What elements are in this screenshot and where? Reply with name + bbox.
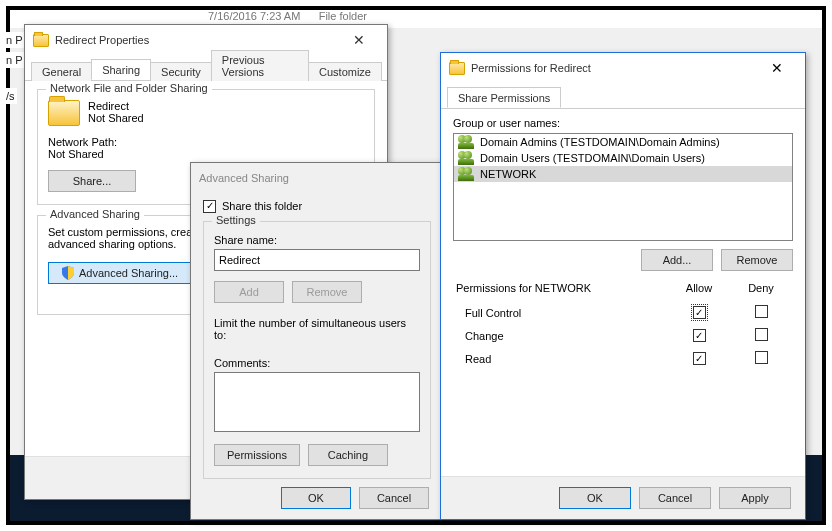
dialog-title: Advanced Sharing [199, 172, 435, 184]
group-user-label: Group or user names: [453, 117, 793, 129]
close-icon[interactable]: ✕ [757, 56, 797, 80]
list-item-label: Domain Users (TESTDOMAIN\Domain Users) [480, 152, 705, 164]
share-button[interactable]: Share... [48, 170, 136, 192]
users-icon [458, 151, 474, 165]
tab-security[interactable]: Security [150, 62, 212, 81]
allow-checkbox[interactable] [693, 306, 706, 319]
tab-share-permissions[interactable]: Share Permissions [447, 87, 561, 108]
permissions-button[interactable]: Permissions [214, 444, 300, 466]
tab-previous-versions[interactable]: Previous Versions [211, 50, 309, 81]
caching-button[interactable]: Caching [308, 444, 388, 466]
list-item-label: Domain Admins (TESTDOMAIN\Domain Admins) [480, 136, 720, 148]
group-label: Network File and Folder Sharing [46, 82, 212, 94]
network-path-label: Network Path: [48, 136, 364, 148]
share-name-label: Share name: [214, 234, 420, 246]
tabs: General Sharing Security Previous Versio… [25, 59, 387, 81]
comments-input[interactable] [214, 372, 420, 432]
dialog-body: Share this folder Settings Share name: A… [191, 193, 443, 495]
limit-label: Limit the number of simultaneous users t… [214, 317, 420, 341]
deny-checkbox[interactable] [755, 305, 768, 318]
edge-text-1: n P [4, 32, 25, 48]
checkbox-label: Share this folder [222, 200, 302, 212]
list-item[interactable]: NETWORK [454, 166, 792, 182]
comments-label: Comments: [214, 357, 420, 369]
tab-general[interactable]: General [31, 62, 92, 81]
deny-checkbox[interactable] [755, 328, 768, 341]
ok-button[interactable]: OK [559, 487, 631, 509]
tabs: Share Permissions [441, 87, 805, 109]
tab-customize[interactable]: Customize [308, 62, 382, 81]
list-item[interactable]: Domain Admins (TESTDOMAIN\Domain Admins) [454, 134, 792, 150]
folder-icon [33, 34, 49, 47]
allow-checkbox[interactable] [693, 352, 706, 365]
dialog-title: Permissions for Redirect [471, 62, 757, 74]
titlebar[interactable]: Advanced Sharing [191, 163, 443, 193]
adv-sharing-label: Advanced Sharing... [79, 267, 178, 279]
perm-label: Permissions for NETWORK [455, 281, 667, 300]
share-status: Not Shared [88, 112, 144, 124]
users-icon [458, 167, 474, 181]
ok-button[interactable]: OK [281, 487, 351, 509]
apply-button[interactable]: Apply [719, 487, 791, 509]
allow-col: Allow [669, 281, 729, 300]
perm-row: Change [455, 325, 791, 346]
perm-row: Full Control [455, 302, 791, 323]
folder-icon [449, 62, 465, 75]
checkbox-icon [203, 200, 216, 213]
explorer-date: 7/16/2016 7:23 AM [208, 10, 300, 22]
network-path-value: Not Shared [48, 148, 364, 160]
shield-icon [61, 266, 75, 280]
users-icon [458, 135, 474, 149]
permissions-table: Permissions for NETWORK Allow Deny Full … [453, 279, 793, 371]
allow-checkbox[interactable] [693, 329, 706, 342]
titlebar[interactable]: Redirect Properties ✕ [25, 25, 387, 55]
share-name: Redirect [88, 100, 144, 112]
group-label: Settings [212, 214, 260, 226]
cancel-button[interactable]: Cancel [639, 487, 711, 509]
perm-name: Full Control [455, 302, 667, 323]
dialog-title: Redirect Properties [55, 34, 339, 46]
titlebar[interactable]: Permissions for Redirect ✕ [441, 53, 805, 83]
cancel-button[interactable]: Cancel [359, 487, 429, 509]
dialog-body: Group or user names: Domain Admins (TEST… [441, 109, 805, 473]
edge-text-2: n P [4, 52, 25, 68]
list-item[interactable]: Domain Users (TESTDOMAIN\Domain Users) [454, 150, 792, 166]
add-button[interactable]: Add [214, 281, 284, 303]
perm-name: Change [455, 325, 667, 346]
group-settings: Settings Share name: Add Remove Limit th… [203, 221, 431, 479]
dialog-permissions: Permissions for Redirect ✕ Share Permiss… [440, 52, 806, 520]
perm-name: Read [455, 348, 667, 369]
share-name-input[interactable] [214, 249, 420, 271]
close-icon[interactable]: ✕ [339, 28, 379, 52]
folder-icon [48, 100, 80, 126]
deny-col: Deny [731, 281, 791, 300]
perm-row: Read [455, 348, 791, 369]
user-listbox[interactable]: Domain Admins (TESTDOMAIN\Domain Admins)… [453, 133, 793, 241]
remove-button[interactable]: Remove [292, 281, 362, 303]
deny-checkbox[interactable] [755, 351, 768, 364]
share-folder-checkbox[interactable]: Share this folder [203, 200, 302, 213]
remove-button[interactable]: Remove [721, 249, 793, 271]
group-label: Advanced Sharing [46, 208, 144, 220]
outer-frame: 7/16/2016 7:23 AM File folder n P n P /s… [6, 6, 826, 525]
list-item-label: NETWORK [480, 168, 536, 180]
edge-text-3: /s [4, 88, 17, 104]
dialog-advanced-sharing: Advanced Sharing Share this folder Setti… [190, 162, 444, 520]
add-button[interactable]: Add... [641, 249, 713, 271]
explorer-type: File folder [319, 10, 367, 22]
tab-sharing[interactable]: Sharing [91, 59, 151, 80]
advanced-sharing-button[interactable]: Advanced Sharing... [48, 262, 191, 284]
